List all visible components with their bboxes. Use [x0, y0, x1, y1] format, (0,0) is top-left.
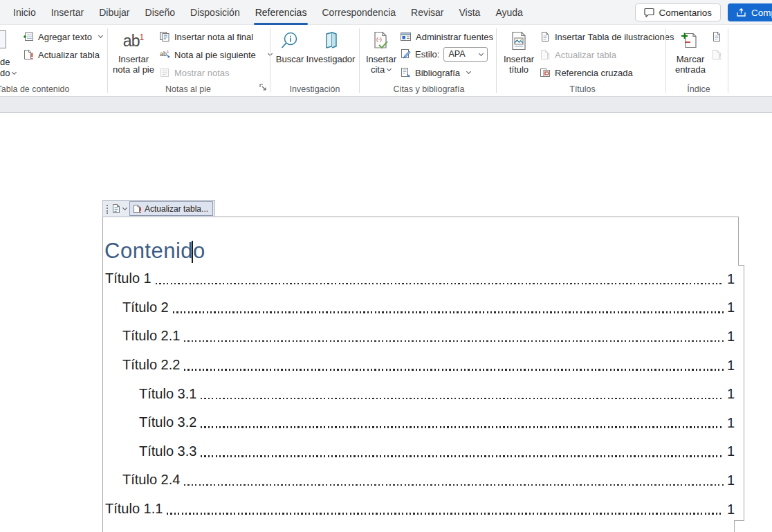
- update-table-field-button[interactable]: Actualizar tabla...: [129, 201, 213, 216]
- next-footnote-button[interactable]: ab1 Nota al pie siguiente: [159, 46, 273, 63]
- tab-inicio[interactable]: Inicio: [6, 0, 44, 25]
- bibliography-icon: [400, 67, 411, 78]
- page-number: 1: [727, 473, 735, 488]
- tab-disposicion[interactable]: Disposición: [183, 0, 248, 25]
- footnote-ab1-icon: ab1: [123, 28, 144, 54]
- citation-style-select[interactable]: APA: [443, 47, 488, 62]
- cross-reference-icon: [540, 67, 551, 78]
- group-label-indice: Índice: [687, 84, 710, 94]
- svg-text:1: 1: [167, 50, 169, 54]
- tab-ayuda[interactable]: Ayuda: [488, 0, 530, 25]
- page-number: 1: [727, 443, 735, 459]
- search-icon: [279, 28, 300, 54]
- toc-entry[interactable]: Título 2.21: [102, 351, 744, 380]
- ribbon-referencias: de do Agregar texto Actualizar tabla Tab…: [0, 25, 772, 97]
- toc-entry[interactable]: Título 2.11: [102, 322, 744, 351]
- show-notes-icon: [159, 67, 170, 78]
- toc-entry[interactable]: Título 21: [102, 293, 744, 322]
- page-number: 1: [727, 358, 735, 374]
- text-cursor: [192, 241, 193, 263]
- tab-insertar[interactable]: Insertar: [44, 0, 91, 25]
- group-label-titulos: Títulos: [569, 84, 596, 94]
- page-number: 1: [727, 300, 735, 315]
- cross-reference-button[interactable]: Referencia cruzada: [540, 64, 633, 81]
- toc-entry[interactable]: Título 3.11: [102, 379, 744, 408]
- toc-field-toolbar: Actualizar tabla...: [102, 200, 215, 217]
- toc-frame-right-2: [744, 265, 744, 520]
- toc-entry[interactable]: Título 3.31: [102, 437, 744, 466]
- menu-bar: Inicio Insertar Dibujar Diseño Disposici…: [0, 0, 772, 25]
- mark-entry-button[interactable]: Marcar entrada: [672, 28, 708, 75]
- svg-text:ab: ab: [160, 51, 167, 57]
- insert-table-of-figures-button[interactable]: Insertar Tabla de ilustraciones: [540, 28, 674, 45]
- grip-dots-icon[interactable]: [106, 204, 109, 214]
- comments-button[interactable]: Comentarios: [635, 3, 721, 21]
- endnote-icon: [159, 31, 170, 42]
- footnotes-dialog-launcher-icon[interactable]: [259, 83, 268, 92]
- update-toc-button[interactable]: Actualizar tabla: [23, 46, 100, 63]
- toc-entry[interactable]: Título 2.41: [102, 466, 744, 495]
- add-text-button[interactable]: Agregar texto: [23, 28, 103, 45]
- toc-heading[interactable]: Contenido: [104, 239, 205, 264]
- comment-icon: [644, 8, 654, 17]
- tab-dibujar[interactable]: Dibujar: [91, 0, 137, 25]
- svg-text:(-): (-): [376, 36, 382, 42]
- show-notes-button[interactable]: Mostrar notas: [159, 64, 229, 81]
- toc-entry[interactable]: Título 3.21: [102, 408, 744, 437]
- table-of-contents[interactable]: Título 11 Título 21 Título 2.11 Título 2…: [102, 264, 744, 523]
- insert-caption-icon: [509, 28, 529, 54]
- insert-index-icon: [711, 31, 722, 42]
- search-button[interactable]: Buscar: [275, 28, 304, 64]
- style-pen-icon: [400, 48, 411, 59]
- mark-entry-icon: [680, 28, 701, 54]
- toc-frame-right-1: [738, 217, 739, 265]
- group-label-notas-al-pie: Notas al pie: [165, 84, 211, 94]
- insert-caption-button[interactable]: Insertar título: [502, 28, 535, 75]
- tab-correspondencia[interactable]: Correspondencia: [314, 0, 403, 25]
- update-table-icon: [23, 49, 34, 60]
- page-number: 1: [727, 415, 735, 431]
- group-label-investigacion: Investigación: [290, 84, 340, 94]
- document-canvas[interactable]: Actualizar tabla... Contenido Título 11 …: [0, 113, 772, 532]
- group-label-citas: Citas y bibliografía: [394, 84, 465, 94]
- insert-index-button[interactable]: [711, 28, 722, 45]
- insert-endnote-button[interactable]: Insertar nota al final: [159, 28, 253, 45]
- ribbon-bottom-band: [0, 97, 772, 113]
- toc-field-icon[interactable]: [111, 203, 127, 214]
- update-figures-table-button[interactable]: Actualizar tabla: [540, 46, 616, 63]
- page-number: 1: [727, 386, 735, 402]
- add-text-icon: [23, 31, 34, 42]
- bibliography-button[interactable]: Bibliografía: [400, 64, 471, 81]
- tab-diseno[interactable]: Diseño: [138, 0, 183, 25]
- style-row: Estilo: APA: [400, 46, 488, 62]
- toc-gallery-button[interactable]: de do: [0, 28, 21, 79]
- insert-citation-button[interactable]: (-) Insertar cita: [365, 28, 397, 75]
- toc-entry[interactable]: Título 11: [102, 264, 744, 293]
- update-table-disabled-icon: [540, 49, 551, 60]
- insert-table-figures-icon: [540, 31, 551, 42]
- tab-revisar[interactable]: Revisar: [403, 0, 451, 25]
- researcher-icon: [320, 28, 341, 54]
- tab-referencias[interactable]: Referencias: [248, 0, 315, 25]
- update-index-icon: [711, 49, 722, 60]
- next-footnote-icon: ab1: [159, 49, 170, 60]
- researcher-button[interactable]: Investigador: [306, 28, 355, 64]
- page-number: 1: [727, 329, 735, 345]
- tab-vista[interactable]: Vista: [452, 0, 488, 25]
- share-button[interactable]: Compartir: [728, 3, 772, 21]
- share-icon: [736, 8, 746, 17]
- page-number: 1: [727, 271, 735, 287]
- insert-citation-icon: (-): [371, 28, 392, 54]
- toc-entry[interactable]: Título 1.11: [102, 495, 744, 524]
- manage-sources-icon: [400, 31, 412, 42]
- page-number: 1: [727, 502, 735, 517]
- update-index-button[interactable]: [711, 46, 722, 63]
- manage-sources-button[interactable]: Administrar fuentes: [400, 28, 493, 45]
- group-label-tabla-de-contenido: Tabla de contenido: [0, 84, 69, 94]
- insert-footnote-button[interactable]: ab1 Insertar nota al pie: [113, 28, 154, 75]
